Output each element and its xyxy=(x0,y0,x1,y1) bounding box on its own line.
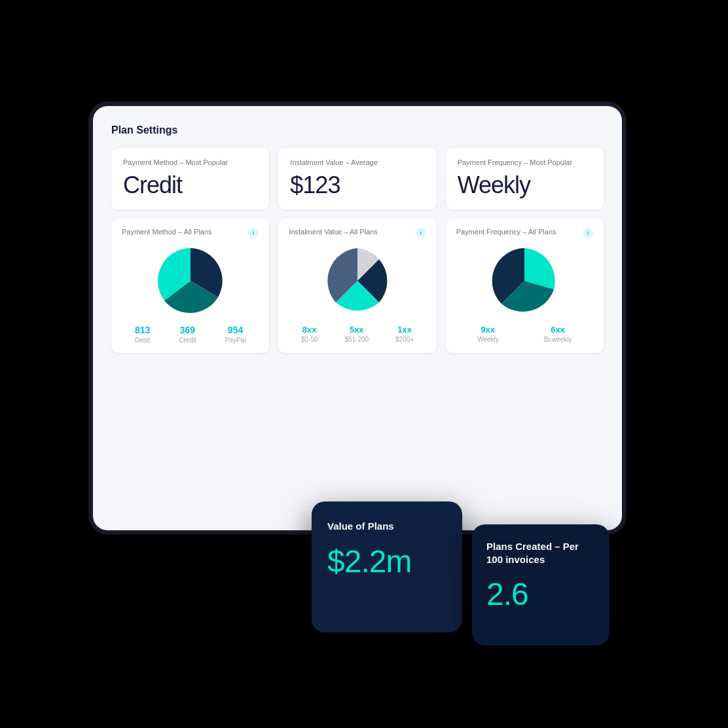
stat-card-payment-frequency: Payment Frequency – Most Popular Weekly xyxy=(446,148,604,209)
legend-item-range2: 5xx $51-200 xyxy=(344,325,369,343)
chart-card-header-3: Payment Frequency – All Plans i xyxy=(456,228,593,238)
legend-label-paypal: PayPal xyxy=(225,337,246,344)
chart-label-1: Payment Method – All Plans xyxy=(122,228,212,236)
legend-item-range3: 1xx $200+ xyxy=(395,325,414,343)
legend-value-range1: 8xx xyxy=(302,325,317,335)
floating-card-plans-created: Plans Created – Per 100 invoices 2.6 xyxy=(472,524,610,646)
stat-label-payment-frequency: Payment Frequency – Most Popular xyxy=(458,158,592,166)
legend-item-debit: 813 Debit xyxy=(135,325,150,344)
legend-label-debit: Debit xyxy=(135,337,150,344)
floating-card-value-value-of-plans: $2.2m xyxy=(327,543,446,579)
tablet-device: Plan Settings Payment Method – Most Popu… xyxy=(89,102,626,534)
pie-chart-1 xyxy=(122,245,259,317)
chart-card-payment-method: Payment Method – All Plans i xyxy=(111,219,269,353)
legend-value-debit: 813 xyxy=(135,325,150,335)
pie-legend-2: 8xx $0-50 5xx $51-200 1xx $200+ xyxy=(289,325,426,343)
legend-value-credit: 369 xyxy=(180,325,195,335)
scene: Plan Settings Payment Method – Most Popu… xyxy=(69,69,659,659)
pie-chart-3 xyxy=(456,245,593,317)
chart-card-header-1: Payment Method – All Plans i xyxy=(122,228,259,238)
legend-label-credit: Credit xyxy=(179,337,196,344)
floating-card-title-value-of-plans: Value of Plans xyxy=(327,520,446,533)
stat-label-instalment-value: Instalment Value – Average xyxy=(290,158,424,166)
legend-label-range2: $51-200 xyxy=(344,336,369,343)
info-icon-3[interactable]: i xyxy=(583,228,593,238)
legend-label-biweekly: Bi-weekly xyxy=(544,336,572,343)
info-icon-1[interactable]: i xyxy=(248,228,259,238)
stats-row: Payment Method – Most Popular Credit Ins… xyxy=(111,148,604,209)
stat-value-payment-method: Credit xyxy=(123,172,257,199)
stat-card-instalment-value: Instalment Value – Average $123 xyxy=(278,148,436,209)
stat-value-instalment-value: $123 xyxy=(290,172,424,199)
legend-label-range3: $200+ xyxy=(395,336,414,343)
floating-card-value-plans-created: 2.6 xyxy=(486,576,595,612)
legend-label-range1: $0-50 xyxy=(301,336,318,343)
floating-card-value-of-plans: Value of Plans $2.2m xyxy=(312,501,462,632)
legend-item-credit: 369 Credit xyxy=(179,325,196,344)
legend-item-range1: 8xx $0-50 xyxy=(301,325,318,343)
legend-value-range3: 1xx xyxy=(397,325,412,335)
legend-value-biweekly: 6xx xyxy=(551,325,565,335)
page-title: Plan Settings xyxy=(111,124,604,136)
tablet-screen: Plan Settings Payment Method – Most Popu… xyxy=(93,106,622,530)
pie-chart-2 xyxy=(289,245,426,317)
chart-card-payment-frequency: Payment Frequency – All Plans i xyxy=(446,219,604,353)
stat-label-payment-method: Payment Method – Most Popular xyxy=(123,158,257,166)
chart-label-2: Instalment Value – All Plans xyxy=(289,228,378,236)
chart-label-3: Payment Frequency – All Plans xyxy=(456,228,556,236)
info-icon-2[interactable]: i xyxy=(416,228,426,238)
pie-legend-3: 9xx Weekly 6xx Bi-weekly xyxy=(456,325,593,343)
legend-item-paypal: 954 PayPal xyxy=(225,325,246,344)
stat-card-payment-method: Payment Method – Most Popular Credit xyxy=(111,148,269,209)
chart-card-instalment-value: Instalment Value – All Plans i xyxy=(278,219,436,353)
legend-item-weekly: 9xx Weekly xyxy=(477,325,499,343)
floating-card-title-plans-created: Plans Created – Per 100 invoices xyxy=(486,540,595,566)
legend-label-weekly: Weekly xyxy=(477,336,499,343)
pie-legend-1: 813 Debit 369 Credit 954 PayPal xyxy=(122,325,259,344)
chart-row: Payment Method – All Plans i xyxy=(111,219,604,353)
legend-value-weekly: 9xx xyxy=(481,325,496,335)
legend-item-biweekly: 6xx Bi-weekly xyxy=(544,325,572,343)
legend-value-range2: 5xx xyxy=(350,325,364,335)
stat-value-payment-frequency: Weekly xyxy=(458,172,592,199)
legend-value-paypal: 954 xyxy=(228,325,243,335)
chart-card-header-2: Instalment Value – All Plans i xyxy=(289,228,426,238)
